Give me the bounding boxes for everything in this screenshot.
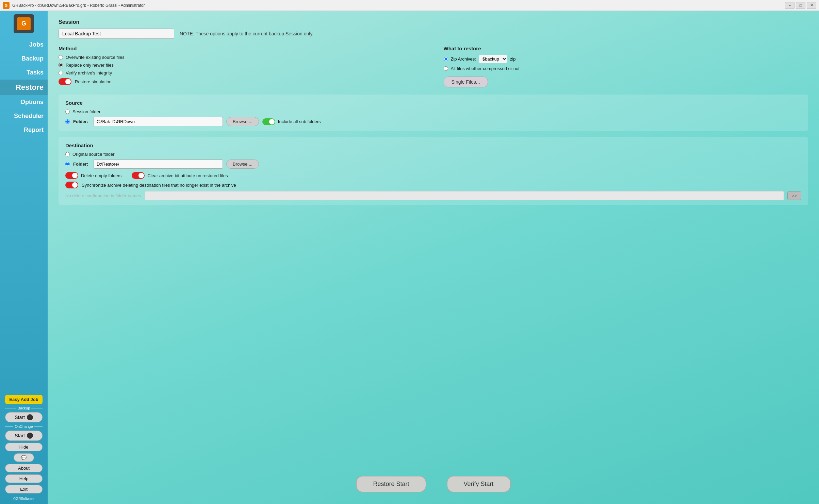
sidebar: G Jobs Backup Tasks Restore Options Sche… (0, 11, 48, 504)
source-folder-input[interactable] (94, 117, 223, 126)
dest-browse-button[interactable]: Browse ... (226, 159, 259, 169)
logo-inner: G (17, 17, 31, 30)
overwrite-label[interactable]: Overwrite existing source files (66, 55, 125, 60)
maximize-button[interactable]: □ (796, 2, 805, 9)
session-select[interactable]: Local Backup Test Session 2 Session 3 (59, 29, 174, 39)
bottom-bar: Restore Start Verify Start (59, 469, 808, 496)
single-files-button[interactable]: Single Files... (444, 77, 488, 87)
sidebar-item-options[interactable]: Options (0, 95, 48, 109)
delete-empty-folders-item: Delete empty folders (65, 172, 121, 179)
method-column: Method Overwrite existing source files R… (59, 46, 423, 88)
dest-folder-row: Folder: Browse ... (65, 159, 801, 169)
clear-archive-bit-item: Clear archive bit attibute on restored f… (132, 172, 228, 179)
sidebar-item-scheduler[interactable]: Scheduler (0, 109, 48, 123)
clear-archive-bit-toggle[interactable] (132, 172, 145, 179)
replace-radio[interactable] (59, 63, 63, 67)
all-files-radio-row: All files whether compressed or not (444, 66, 808, 71)
synchronize-toggle[interactable] (65, 182, 78, 188)
destination-title: Destination (65, 142, 801, 148)
source-folder-radio[interactable] (65, 119, 70, 124)
main-content: Session Local Backup Test Session 2 Sess… (48, 11, 819, 504)
help-button[interactable]: Help (5, 474, 43, 483)
title-bar: G GRBackPro - d:\GRDown\GRBakPro.grb - R… (0, 0, 819, 11)
session-section-title: Session (59, 19, 808, 25)
sidebar-item-restore[interactable]: Restore (0, 80, 48, 95)
original-source-row: Original source folder (65, 152, 801, 157)
verify-start-button[interactable]: Verify Start (447, 476, 511, 492)
original-source-radio[interactable] (65, 152, 70, 156)
zip-archives-radio[interactable] (444, 57, 448, 61)
overwrite-radio[interactable] (59, 55, 63, 60)
zip-archives-row: Zip Archives: $backup $all $latest zip (444, 55, 808, 63)
no-delete-arrow-button[interactable]: >> (787, 191, 801, 200)
all-files-label[interactable]: All files whether compressed or not (451, 66, 520, 71)
session-folder-row: Session folder (65, 109, 801, 114)
close-button[interactable]: ✕ (807, 2, 816, 9)
dest-folder-input[interactable] (94, 159, 223, 169)
session-row: Local Backup Test Session 2 Session 3 NO… (59, 29, 808, 39)
synchronize-row: Synchronize archive deleting destination… (65, 182, 801, 188)
source-folder-label-text: Folder: (73, 119, 90, 124)
dest-options-row: Delete empty folders Clear archive bit a… (65, 172, 801, 179)
onchange-start-label: Start (15, 433, 25, 438)
sidebar-nav: Jobs Backup Tasks Restore Options Schedu… (0, 38, 48, 137)
start-dot (27, 414, 33, 420)
restore-sim-row: Restore simulation (59, 78, 423, 85)
zip-ext-label: zip (510, 56, 516, 62)
dest-folder-radio[interactable] (65, 162, 70, 166)
minimize-button[interactable]: − (785, 2, 795, 9)
restore-start-button[interactable]: Restore Start (356, 476, 426, 492)
onchange-dot (27, 433, 33, 439)
no-delete-input[interactable] (145, 191, 784, 200)
zip-archives-select[interactable]: $backup $all $latest (479, 55, 507, 63)
session-note: NOTE: These options apply to the current… (180, 31, 313, 36)
restore-sim-label: Restore simulation (75, 79, 112, 84)
include-subfolders-toggle[interactable] (262, 118, 275, 125)
backup-start-button[interactable]: Start (5, 412, 43, 422)
delete-empty-folders-toggle[interactable] (65, 172, 78, 179)
backup-section-label: Backup (5, 406, 43, 410)
sidebar-item-report[interactable]: Report (0, 123, 48, 137)
easy-add-job-button[interactable]: Easy Add Job (5, 395, 43, 404)
onchange-start-button[interactable]: Start (5, 431, 43, 441)
hide-button[interactable]: Hide (5, 443, 43, 451)
app-icon: G (3, 2, 10, 9)
restore-sim-toggle[interactable] (59, 78, 71, 85)
synchronize-label: Synchronize archive deleting destination… (82, 183, 236, 188)
chat-button[interactable]: 💬 (14, 453, 34, 462)
original-source-label[interactable]: Original source folder (72, 152, 115, 157)
session-folder-radio[interactable] (65, 110, 70, 114)
method-restore-row: Method Overwrite existing source files R… (59, 46, 808, 88)
verify-label[interactable]: Verify archive's integrity (66, 70, 112, 75)
sidebar-item-tasks[interactable]: Tasks (0, 66, 48, 80)
source-title: Source (65, 100, 801, 106)
clear-archive-bit-label: Clear archive bit attibute on restored f… (147, 173, 228, 178)
include-subfolders-row: Include all sub folders (262, 118, 321, 125)
onchange-section-label: OnChange (5, 424, 43, 429)
verify-radio-row: Verify archive's integrity (59, 70, 423, 75)
dest-folder-label-text: Folder: (73, 162, 90, 167)
verify-radio[interactable] (59, 71, 63, 75)
replace-radio-row: Replace only newer files (59, 63, 423, 68)
backup-start-label: Start (15, 415, 25, 420)
restore-title: What to restore (444, 46, 808, 51)
sidebar-bottom: Easy Add Job Backup Start OnChange Start… (0, 395, 48, 504)
title-bar-controls: − □ ✕ (785, 2, 816, 9)
exit-button[interactable]: Exit (5, 485, 43, 493)
source-folder-row: Folder: Browse ... Include all sub folde… (65, 117, 801, 126)
no-delete-label: No delete confirmation in folder names (65, 193, 141, 198)
title-bar-text: GRBackPro - d:\GRDown\GRBakPro.grb - Rob… (12, 3, 785, 8)
method-title: Method (59, 46, 423, 51)
sidebar-item-backup[interactable]: Backup (0, 52, 48, 66)
restore-column: What to restore Zip Archives: $backup $a… (444, 46, 808, 88)
source-browse-button[interactable]: Browse ... (226, 117, 259, 126)
all-files-radio[interactable] (444, 66, 448, 71)
replace-label[interactable]: Replace only newer files (66, 63, 114, 68)
destination-section: Destination Original source folder Folde… (59, 137, 808, 205)
about-button[interactable]: About (5, 464, 43, 472)
session-folder-label[interactable]: Session folder (72, 109, 100, 114)
zip-archives-label[interactable]: Zip Archives: (451, 56, 476, 62)
no-delete-row: No delete confirmation in folder names >… (65, 191, 801, 200)
sidebar-item-jobs[interactable]: Jobs (0, 38, 48, 52)
overwrite-radio-row: Overwrite existing source files (59, 55, 423, 60)
